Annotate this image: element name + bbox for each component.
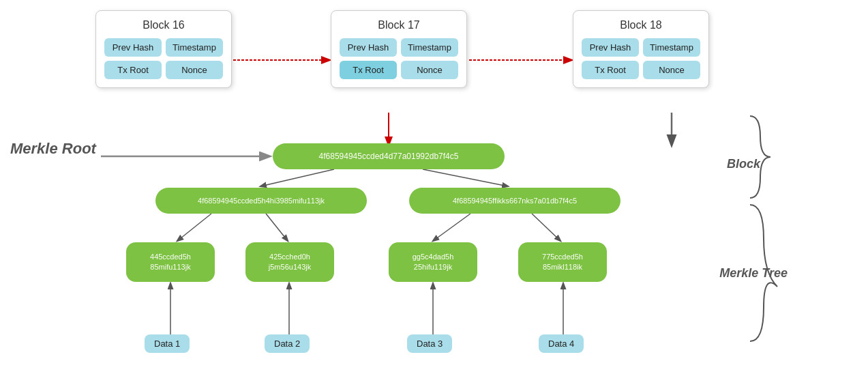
block-label: Block bbox=[727, 157, 760, 171]
block-17-tx-root: Tx Root bbox=[340, 61, 397, 79]
block-18-nonce: Nonce bbox=[643, 61, 700, 79]
left-mid-hash: 4f68594945ccded5h4hi3985mifu113jk bbox=[155, 188, 367, 214]
leaf4-value: 775ccded5h 85mikl118ik bbox=[542, 252, 583, 273]
block-16-timestamp: Timestamp bbox=[166, 38, 223, 57]
blockchain-diagram: Block 16 Prev Hash Timestamp Tx Root Non… bbox=[0, 0, 868, 387]
block-16-nonce: Nonce bbox=[166, 61, 223, 79]
right-mid-hash-value: 4f68594945ffikks667nks7a01db7f4c5 bbox=[453, 197, 577, 205]
block-18-title: Block 18 bbox=[582, 19, 700, 31]
svg-line-10 bbox=[532, 214, 560, 241]
left-mid-hash-value: 4f68594945ccded5h4hi3985mifu113jk bbox=[198, 197, 325, 205]
block-16-tx-root: Tx Root bbox=[104, 61, 162, 79]
block-18-fields: Prev Hash Timestamp Tx Root Nonce bbox=[582, 38, 700, 79]
data-node-3: Data 3 bbox=[407, 334, 452, 353]
svg-line-9 bbox=[433, 214, 470, 241]
leaf-hash-3: gg5c4dad5h 25hifu119jk bbox=[389, 242, 477, 282]
merkle-root-label: Merkle Root bbox=[10, 140, 96, 158]
merkle-tree-label: Merkle Tree bbox=[719, 266, 788, 281]
leaf1-value: 445ccded5h 85mifu113jk bbox=[150, 252, 191, 273]
block-16-fields: Prev Hash Timestamp Tx Root Nonce bbox=[104, 38, 223, 79]
block-18-timestamp: Timestamp bbox=[643, 38, 700, 57]
svg-line-7 bbox=[177, 214, 211, 241]
block-18: Block 18 Prev Hash Timestamp Tx Root Non… bbox=[573, 10, 709, 88]
block-16: Block 16 Prev Hash Timestamp Tx Root Non… bbox=[95, 10, 232, 88]
block-17: Block 17 Prev Hash Timestamp Tx Root Non… bbox=[331, 10, 467, 88]
block-17-prev-hash: Prev Hash bbox=[340, 38, 397, 57]
block-17-timestamp: Timestamp bbox=[401, 38, 458, 57]
data-node-1: Data 1 bbox=[145, 334, 190, 353]
leaf3-value: gg5c4dad5h 25hifu119jk bbox=[413, 252, 454, 273]
data-node-2: Data 2 bbox=[265, 334, 310, 353]
leaf-hash-2: 425cched0h j5m56u143jk bbox=[245, 242, 334, 282]
block-18-prev-hash: Prev Hash bbox=[582, 38, 639, 57]
svg-line-5 bbox=[260, 169, 334, 186]
merkle-root-hash: 4f68594945ccded4d77a01992db7f4c5 bbox=[273, 143, 505, 169]
block-17-title: Block 17 bbox=[340, 19, 458, 31]
data-node-4: Data 4 bbox=[539, 334, 584, 353]
leaf2-value: 425cched0h j5m56u143jk bbox=[269, 252, 311, 273]
block-16-title: Block 16 bbox=[104, 19, 223, 31]
block-17-nonce: Nonce bbox=[401, 61, 458, 79]
svg-line-8 bbox=[266, 214, 288, 241]
merkle-root-hash-value: 4f68594945ccded4d77a01992db7f4c5 bbox=[319, 152, 459, 161]
svg-line-6 bbox=[423, 169, 508, 186]
block-16-prev-hash: Prev Hash bbox=[104, 38, 162, 57]
leaf-hash-1: 445ccded5h 85mifu113jk bbox=[126, 242, 215, 282]
block-18-tx-root: Tx Root bbox=[582, 61, 639, 79]
block-17-fields: Prev Hash Timestamp Tx Root Nonce bbox=[340, 38, 458, 79]
leaf-hash-4: 775ccded5h 85mikl118ik bbox=[518, 242, 607, 282]
right-mid-hash: 4f68594945ffikks667nks7a01db7f4c5 bbox=[409, 188, 620, 214]
